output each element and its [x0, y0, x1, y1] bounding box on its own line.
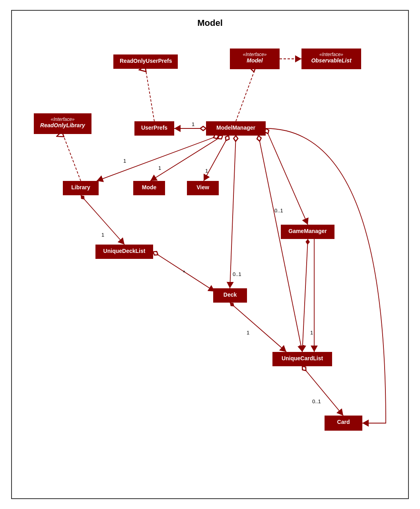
- arrow-mm-deck: [230, 136, 236, 288]
- arrow-deck-uniquecardlist: [230, 303, 286, 352]
- box-InterfaceModel: «Interface»Model: [230, 49, 280, 69]
- arrow-mm-card: [266, 128, 386, 423]
- arrow-uniquecardlist-card: [302, 366, 343, 416]
- box-ModelManager: ModelManager: [206, 121, 266, 136]
- box-InterfaceReadOnlyLibrary: «Interface»ReadOnlyLibrary: [34, 113, 91, 134]
- arrow-mm-gamemanager: [266, 128, 308, 225]
- label-1-ucl-deck: 1: [247, 330, 249, 336]
- label-1-mode: 1: [158, 165, 161, 171]
- label-1-userprefs: 1: [192, 121, 194, 127]
- box-UniqueCardList: UniqueCardList: [272, 352, 332, 366]
- diagram-container: Model ReadOnlyUserPrefs «Interface»Model…: [11, 10, 409, 499]
- label-star-deck: *: [183, 269, 185, 276]
- box-ReadOnlyUserPrefs: ReadOnlyUserPrefs: [113, 54, 178, 69]
- arrow-mm-view: [204, 136, 229, 181]
- box-Deck: Deck: [213, 288, 247, 303]
- label-01-card: 0..1: [312, 398, 321, 404]
- box-GameManager: GameManager: [281, 225, 334, 239]
- arrow-library-readonlylibrary: [63, 134, 81, 181]
- arrow-modelmanager-interfacemodel: [236, 69, 255, 121]
- box-View: View: [187, 181, 219, 195]
- box-UniqueDeckList: UniqueDeckList: [95, 245, 153, 259]
- diagram-title: Model: [12, 11, 408, 32]
- arrow-mm-mode: [150, 136, 223, 181]
- label-1-ucl-gm: 1: [310, 330, 313, 336]
- box-Mode: Mode: [133, 181, 165, 195]
- box-Card: Card: [325, 416, 362, 431]
- arrow-userprefs-readonlyuserprefs: [146, 69, 154, 121]
- label-01-deck: 0..1: [233, 271, 241, 277]
- box-Library: Library: [63, 181, 99, 195]
- label-1-library: 1: [123, 158, 126, 164]
- label-1-view: 1: [205, 168, 208, 174]
- arrow-mm-library: [97, 136, 219, 181]
- box-UserPrefs: UserPrefs: [134, 121, 174, 136]
- arrow-mm-uniquecardlist: [259, 136, 302, 352]
- label-01-gamemanager: 0..1: [274, 208, 283, 214]
- box-InterfaceObservableList: «Interface»ObservableList: [301, 49, 361, 69]
- label-1-uniquedeck: 1: [101, 232, 104, 238]
- arrow-gamemanager-uniquecardlist: [302, 239, 308, 352]
